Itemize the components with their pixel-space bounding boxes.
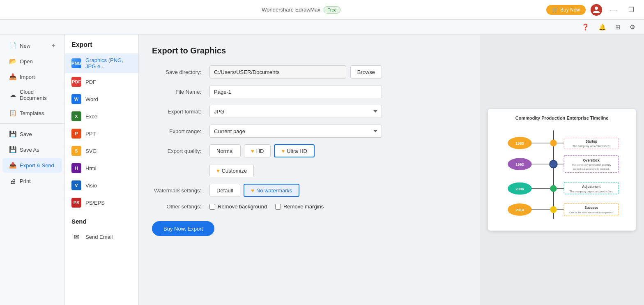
cloud-icon: ☁ (9, 91, 16, 99)
quality-ultrahd-button[interactable]: ♥ Ultra HD (274, 144, 315, 157)
export-format-item-visio[interactable]: V Visio (65, 177, 138, 194)
ultrahd-heart-icon: ♥ (281, 148, 285, 154)
remove-margins-checkbox[interactable] (275, 204, 281, 210)
avatar[interactable] (591, 4, 602, 16)
sidebar-item-templates[interactable]: 📋 Templates (2, 106, 62, 120)
export-format-row: Export format: JPG PNG BMP SVG PDF (152, 105, 382, 118)
format-icon-word: W (71, 94, 81, 104)
customize-heart-icon: ♥ (216, 168, 220, 174)
export-quality-label: Export quality: (152, 148, 205, 154)
saveas-icon: 💾 (9, 146, 16, 153)
remove-margins-text: Remove margins (283, 203, 324, 210)
sidebar-item-open[interactable]: 📂 Open (2, 54, 62, 69)
browse-button[interactable]: Browse (350, 65, 382, 79)
sidebar-item-print[interactable]: 🖨 Print (2, 173, 62, 188)
free-badge: Free (324, 6, 340, 14)
preview-title: Commodity Production Enterprise Timeline (494, 116, 629, 120)
export-range-select[interactable]: Current page All pages Selected pages (209, 125, 382, 138)
send-list: ✉ Send Email (65, 228, 138, 245)
apps-button[interactable]: ⊞ (613, 22, 623, 32)
export-format-item-png[interactable]: PNG Graphics (PNG, JPG e... (65, 53, 138, 73)
svg-text:Overstock: Overstock (583, 159, 600, 162)
hd-heart-icon: ♥ (251, 148, 254, 154)
maximize-button[interactable]: ❐ (625, 4, 637, 15)
format-icon-visio: V (71, 180, 81, 190)
send-label-email: Send Email (85, 234, 113, 240)
sidebar-item-saveas[interactable]: 💾 Save As (2, 142, 62, 157)
format-icon-pdf: PDF (71, 77, 81, 87)
help-button[interactable]: ❓ (579, 22, 592, 32)
buy-now-button[interactable]: 🛒 Buy Now (546, 5, 586, 15)
sidebar-templates-label: Templates (20, 110, 44, 116)
export-quality-row: Export quality: Normal ♥ HD ♥ Ultra HD (152, 144, 382, 157)
export-format-item-svg[interactable]: S SVG (65, 142, 138, 159)
watermark-default-button[interactable]: Default (209, 184, 240, 197)
sidebar-item-import[interactable]: 📥 Import (2, 69, 62, 84)
export-icon: 📤 (9, 162, 16, 169)
format-label-html: Html (85, 165, 97, 171)
format-label-pdf: PDF (85, 79, 96, 85)
quality-customize-button[interactable]: ♥ Customize (209, 164, 254, 177)
svg-point-29 (550, 206, 557, 213)
svg-rect-32 (564, 203, 619, 216)
minimize-button[interactable]: — (607, 5, 620, 15)
export-format-select[interactable]: JPG PNG BMP SVG PDF (209, 105, 382, 118)
svg-text:The company was established.: The company was established. (573, 145, 610, 148)
sidebar-item-cloud[interactable]: ☁ Cloud Documents (2, 85, 62, 105)
titlebar: Wondershare EdrawMax Free 🛒 Buy Now — ❐ (0, 0, 644, 20)
notifications-button[interactable]: 🔔 (596, 22, 609, 32)
other-settings-label: Other settings: (152, 203, 205, 210)
quality-normal-button[interactable]: Normal (209, 144, 241, 157)
format-label-svg: SVG (85, 148, 97, 154)
sidebar-new-label: New (20, 43, 30, 49)
svg-point-21 (550, 185, 557, 192)
toolbar2: ❓ 🔔 ⊞ ⚙ (0, 20, 644, 35)
export-button[interactable]: Buy Now, Export (152, 221, 214, 236)
file-name-label: File Name: (152, 89, 205, 95)
content-area: Export to Graphics Save directory: Brows… (139, 35, 480, 305)
export-format-label: Export format: (152, 109, 205, 115)
format-label-word: Word (85, 96, 98, 102)
quality-hd-button[interactable]: ♥ HD (244, 144, 271, 157)
sidebar-item-new[interactable]: 📄 New + (2, 38, 62, 53)
export-range-label: Export range: (152, 128, 205, 134)
export-format-item-word[interactable]: W Word (65, 90, 138, 108)
export-section-title: Export (65, 41, 138, 53)
export-format-item-html[interactable]: H Html (65, 159, 138, 177)
file-name-row: File Name: (152, 85, 382, 98)
watermark-label: Watermark settings: (152, 187, 205, 194)
svg-text:carried out according to contr: carried out according to contract. (573, 167, 610, 170)
page-title: Export to Graphics (152, 46, 467, 55)
app-title-area: Wondershare EdrawMax Free (262, 6, 340, 14)
remove-background-label[interactable]: Remove background (209, 203, 267, 210)
export-format-item-excel[interactable]: X Excel (65, 108, 138, 125)
sidebar-open-label: Open (20, 58, 33, 65)
sidebar-item-export[interactable]: 📤 Export & Send (2, 158, 62, 173)
svg-text:Success: Success (584, 206, 598, 210)
sidebar-item-save[interactable]: 💾 Save (2, 127, 62, 141)
settings-button[interactable]: ⚙ (627, 22, 637, 32)
quality-group: Normal ♥ HD ♥ Ultra HD (209, 144, 315, 157)
save-directory-row: Save directory: Browse (152, 65, 382, 79)
watermark-group: Default ♥ No watermarks (209, 184, 299, 197)
watermark-none-button[interactable]: ♥ No watermarks (244, 184, 299, 197)
save-directory-input[interactable] (209, 65, 346, 79)
send-item-email[interactable]: ✉ Send Email (65, 228, 138, 245)
export-format-item-ppt[interactable]: P PPT (65, 125, 138, 142)
app-title: Wondershare EdrawMax (262, 7, 320, 13)
quality-ultrahd-label: Ultra HD (287, 148, 307, 154)
import-icon: 📥 (9, 73, 16, 81)
remove-background-checkbox[interactable] (209, 204, 215, 210)
format-icon-excel: X (71, 111, 81, 121)
remove-margins-label[interactable]: Remove margins (275, 203, 324, 210)
svg-text:2014: 2014 (515, 208, 524, 212)
svg-text:Startup: Startup (585, 140, 597, 143)
format-icon-png: PNG (71, 58, 81, 68)
file-name-input[interactable] (209, 85, 382, 98)
preview-panel: Commodity Production Enterprise Timeline… (480, 35, 644, 305)
svg-text:The commodity production caref: The commodity production carefully (571, 163, 612, 166)
export-format-item-pdf[interactable]: PDF PDF (65, 73, 138, 90)
export-format-item-pseps[interactable]: PS PS/EPS (65, 194, 138, 211)
send-section-title: Send (65, 211, 138, 228)
timeline-svg: 1985 Startup The company was established… (494, 126, 629, 223)
